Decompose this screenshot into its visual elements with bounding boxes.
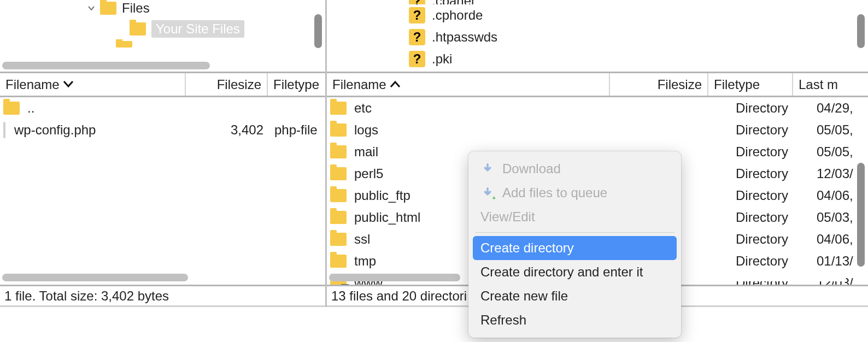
file-row[interactable]: wp-config.php 3,402 php-file (0, 119, 325, 141)
menu-item-view-edit: View/Edit (468, 205, 681, 229)
menu-item-create-new-file[interactable]: Create new file (468, 284, 681, 308)
file-type: Directory (731, 210, 812, 225)
file-date: 04/29, (812, 101, 868, 116)
tree-item-partial[interactable] (109, 39, 325, 49)
menu-label: Create directory and enter it (480, 264, 643, 280)
menu-label: Download (502, 161, 561, 176)
file-type: Directory (731, 253, 812, 269)
header-filesize[interactable]: Filesize (186, 73, 268, 96)
file-type: php-file (270, 122, 325, 138)
folder-icon (330, 255, 347, 268)
folder-icon (116, 41, 132, 48)
menu-label: Add files to queue (502, 185, 607, 201)
menu-label: View/Edit (480, 209, 535, 225)
header-label: Last m (799, 77, 838, 92)
menu-label: Create new file (480, 288, 568, 304)
file-row-parent[interactable]: .. (0, 97, 325, 119)
header-label: Filename (5, 77, 60, 92)
file-icon (3, 122, 5, 138)
folder-icon (330, 211, 347, 224)
header-label: Filesize (658, 77, 702, 92)
header-label: Filetype (273, 77, 319, 92)
header-label: Filetype (714, 77, 760, 92)
folder-icon (330, 145, 347, 158)
horizontal-scrollbar[interactable] (2, 62, 303, 69)
context-menu: Download + Add files to queue View/Edit … (468, 151, 681, 338)
menu-item-add-queue: + Add files to queue (468, 181, 681, 205)
folder-icon (330, 102, 347, 115)
local-file-list[interactable]: .. wp-config.php 3,402 php-file (0, 97, 325, 286)
folder-icon (330, 123, 347, 137)
status-text: 13 files and 20 directori (331, 288, 467, 304)
folder-icon (330, 167, 347, 180)
file-date: 05/05, (812, 144, 868, 160)
header-filename[interactable]: Filename (0, 73, 186, 96)
folder-icon (330, 189, 347, 202)
tree-item-htpasswds[interactable]: ? .htpasswds (409, 26, 868, 48)
tree-label: .htpasswds (432, 30, 497, 45)
header-filetype[interactable]: Filetype (268, 73, 325, 96)
tree-label: .pki (432, 51, 452, 67)
scrollbar-thumb[interactable] (2, 62, 210, 69)
status-bar-local: 1 file. Total size: 3,402 bytes (0, 286, 325, 307)
chevron-up-icon (390, 78, 401, 91)
download-icon (480, 162, 495, 176)
column-header-row: Filename Filesize Filetype Last m (327, 73, 868, 97)
unknown-file-icon: ? (409, 7, 425, 23)
download-plus-icon: + (480, 186, 495, 200)
folder-icon (330, 233, 347, 246)
tree-item-your-site-files[interactable]: Your Site Files (123, 19, 325, 39)
column-header-row: Filename Filesize Filetype (0, 73, 325, 97)
tree-label-selected: Your Site Files (151, 20, 244, 38)
tree-label: .cpanel (432, 0, 474, 4)
file-type: Directory (731, 122, 812, 138)
status-text: 1 file. Total size: 3,402 bytes (4, 288, 169, 304)
scrollbar-thumb[interactable] (2, 274, 188, 281)
header-label: Filename (332, 77, 386, 92)
chevron-down-icon[interactable] (86, 3, 97, 14)
file-type: Directory (731, 101, 812, 116)
file-name: wp-config.php (13, 122, 199, 138)
folder-icon (3, 102, 20, 115)
scrollbar-thumb[interactable] (329, 274, 460, 281)
file-date: 05/05, (812, 122, 868, 138)
file-type: Directory (731, 144, 812, 160)
file-name: etc (354, 101, 633, 116)
tree-item-cpanel[interactable]: ? .cpanel (409, 0, 868, 4)
header-filesize[interactable]: Filesize (610, 73, 708, 96)
folder-icon (130, 22, 146, 36)
folder-icon (100, 2, 116, 15)
file-name: .. (27, 101, 34, 116)
header-last-modified[interactable]: Last m (793, 73, 868, 96)
menu-item-refresh[interactable]: Refresh (468, 308, 681, 332)
header-filename[interactable]: Filename (327, 73, 610, 96)
menu-item-download: Download (468, 157, 681, 181)
vertical-scrollbar-thumb[interactable] (857, 14, 865, 48)
tree-item-cphorde[interactable]: ? .cphorde (409, 4, 868, 26)
file-type: Directory (731, 166, 812, 181)
header-filetype[interactable]: Filetype (708, 73, 793, 96)
tree-label: Files (122, 1, 150, 16)
menu-separator (475, 232, 675, 233)
tree-label: .cphorde (432, 8, 483, 23)
chevron-down-icon (63, 78, 74, 91)
unknown-file-icon: ? (409, 29, 425, 45)
menu-item-create-directory-enter[interactable]: Create directory and enter it (468, 260, 681, 284)
file-row[interactable]: logsDirectory05/05, (327, 119, 868, 141)
unknown-file-icon: ? (409, 51, 425, 67)
horizontal-scrollbar[interactable] (2, 274, 303, 281)
menu-label: Refresh (480, 312, 526, 328)
tree-item-pki[interactable]: ? .pki (409, 48, 868, 70)
file-type: Directory (731, 188, 812, 203)
menu-item-create-directory[interactable]: Create directory (473, 236, 677, 260)
file-type: Directory (731, 232, 812, 247)
file-size: 3,402 (199, 122, 270, 138)
tree-item-files[interactable]: Files (79, 0, 325, 19)
menu-label: Create directory (480, 240, 574, 256)
unknown-file-icon: ? (409, 0, 425, 4)
vertical-scrollbar-thumb[interactable] (857, 163, 865, 267)
header-label: Filesize (217, 77, 261, 92)
vertical-scrollbar-thumb[interactable] (314, 14, 322, 48)
file-name: logs (354, 122, 633, 138)
file-row[interactable]: etcDirectory04/29, (327, 97, 868, 119)
